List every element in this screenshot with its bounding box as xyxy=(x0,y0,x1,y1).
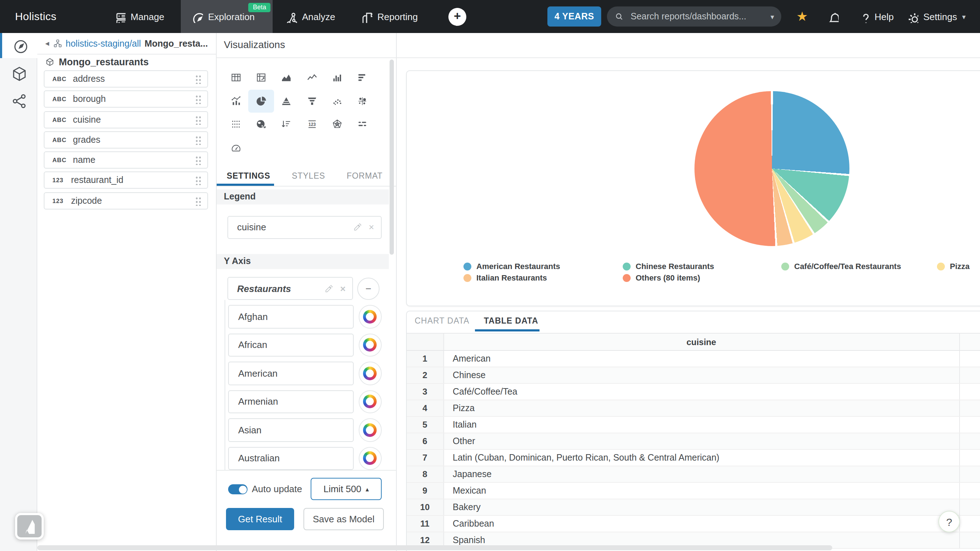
field-item[interactable]: ABC name xyxy=(44,151,208,169)
tab-chart-data[interactable]: CHART DATA xyxy=(415,316,469,325)
app-logo[interactable]: Holistics xyxy=(15,0,56,33)
horizontal-scrollbar-thumb[interactable] xyxy=(37,545,832,550)
table-row[interactable]: 5 Italian xyxy=(407,417,980,433)
drag-handle-icon[interactable] xyxy=(195,94,202,104)
series-value[interactable]: American xyxy=(228,361,354,385)
edit-pencil-icon[interactable] xyxy=(324,284,334,293)
field-item[interactable]: 123 restaurant_id xyxy=(44,172,208,189)
color-picker-button[interactable] xyxy=(358,447,382,470)
series-value[interactable]: Asian xyxy=(228,418,354,441)
collapse-series-button[interactable]: − xyxy=(357,277,380,299)
viz-type-button[interactable] xyxy=(350,89,375,113)
viz-type-button[interactable] xyxy=(324,89,350,113)
drag-handle-icon[interactable] xyxy=(195,135,202,145)
column-header-cuisine[interactable]: cuisine xyxy=(444,333,959,351)
viz-type-button[interactable] xyxy=(274,113,299,136)
viz-type-button[interactable] xyxy=(223,136,248,159)
field-item[interactable]: 123 zipcode xyxy=(44,192,208,210)
series-value[interactable]: Australian xyxy=(228,447,354,470)
viz-type-button[interactable] xyxy=(350,113,375,136)
notifications-bell[interactable] xyxy=(826,0,838,33)
remove-series-icon[interactable]: × xyxy=(340,283,345,294)
legend-item[interactable]: Café/Coffee/Tea Restaurants xyxy=(781,262,901,271)
search-input[interactable] xyxy=(629,11,765,22)
viz-type-button[interactable] xyxy=(223,89,248,113)
favorites-star-icon[interactable]: ★ xyxy=(796,0,808,33)
nav-manage[interactable]: Manage xyxy=(113,0,164,33)
nav-exploration-active[interactable]: Exploration Beta xyxy=(181,0,273,33)
color-picker-button[interactable] xyxy=(358,418,382,441)
field-item[interactable]: ABC borough xyxy=(44,91,208,108)
table-row[interactable]: 1 American xyxy=(407,351,980,367)
viz-type-button[interactable] xyxy=(223,113,248,136)
legend-item[interactable]: Others (80 items) xyxy=(623,273,700,282)
holistics-widget-button[interactable] xyxy=(15,513,44,540)
limit-dropdown[interactable]: Limit 500 ▴ xyxy=(311,478,382,500)
viz-type-button[interactable] xyxy=(324,113,350,136)
table-row[interactable]: 6 Other xyxy=(407,433,980,450)
field-item[interactable]: ABC grades xyxy=(44,131,208,148)
create-new-button[interactable]: + xyxy=(449,8,466,26)
pie-chart[interactable] xyxy=(694,91,850,246)
legend-item[interactable]: Italian Restaurants xyxy=(463,273,547,282)
years-filter-button[interactable]: 4 YEARS xyxy=(547,6,601,27)
drag-handle-icon[interactable] xyxy=(195,196,202,206)
drag-handle-icon[interactable] xyxy=(195,115,202,124)
save-as-model-button[interactable]: Save as Model xyxy=(304,508,384,530)
rail-item-models[interactable] xyxy=(0,60,37,86)
series-value[interactable]: Afghan xyxy=(228,305,354,328)
nav-help[interactable]: Help xyxy=(858,0,894,33)
tab-format[interactable]: FORMAT xyxy=(336,168,393,185)
nav-settings[interactable]: Settings ▾ xyxy=(906,0,966,33)
tab-table-data[interactable]: TABLE DATA xyxy=(484,316,538,325)
nav-reporting[interactable]: Reporting xyxy=(360,0,418,33)
viz-type-button[interactable] xyxy=(248,113,274,136)
breadcrumb-dataset-link[interactable]: holistics-staging/all xyxy=(66,38,141,48)
table-row[interactable]: 10 Bakery xyxy=(407,499,980,516)
search-caret-icon[interactable]: ▾ xyxy=(770,13,774,21)
legend-item[interactable]: American Restaurants xyxy=(463,262,560,271)
viz-type-button[interactable] xyxy=(299,89,325,113)
viz-type-button[interactable] xyxy=(274,66,299,89)
rail-item-relationships[interactable] xyxy=(0,88,37,113)
viz-type-button[interactable] xyxy=(324,66,350,89)
table-row[interactable]: 9 Mexican xyxy=(407,483,980,499)
legend-field-pill[interactable]: cuisine × xyxy=(227,216,381,239)
series-value[interactable]: African xyxy=(228,333,354,357)
drag-handle-icon[interactable] xyxy=(195,155,202,165)
color-picker-button[interactable] xyxy=(358,361,382,385)
drag-handle-icon[interactable] xyxy=(195,74,202,84)
viz-type-button[interactable] xyxy=(350,66,375,89)
color-picker-button[interactable] xyxy=(358,390,382,413)
legend-item[interactable]: Chinese Restaurants xyxy=(623,262,714,271)
color-picker-button[interactable] xyxy=(358,333,382,357)
table-row[interactable]: 11 Caribbean xyxy=(407,516,980,532)
viz-panel-scrollbar[interactable] xyxy=(390,59,393,255)
global-search[interactable]: ▾ xyxy=(607,6,781,27)
rail-item-exploration[interactable] xyxy=(0,33,37,58)
edit-pencil-icon[interactable] xyxy=(353,223,362,232)
viz-type-button[interactable] xyxy=(274,89,299,113)
series-pill[interactable]: Restaurants × xyxy=(227,277,353,300)
field-item[interactable]: ABC address xyxy=(44,70,208,88)
help-floating-button[interactable]: ? xyxy=(939,511,960,532)
legend-item[interactable]: Pizza xyxy=(937,262,970,271)
series-value[interactable]: Armenian xyxy=(228,390,354,413)
table-row[interactable]: 2 Chinese xyxy=(407,367,980,384)
table-row[interactable]: 3 Café/Coffee/Tea xyxy=(407,384,980,400)
table-row[interactable]: 4 Pizza xyxy=(407,400,980,417)
nav-analyze[interactable]: Analyze xyxy=(285,0,336,33)
table-row[interactable]: 8 Japanese xyxy=(407,467,980,483)
viz-type-button[interactable] xyxy=(248,66,274,89)
field-item[interactable]: ABC cuisine xyxy=(44,111,208,128)
get-result-button[interactable]: Get Result xyxy=(226,508,294,530)
viz-type-button[interactable] xyxy=(223,66,248,89)
viz-type-button[interactable] xyxy=(299,113,325,136)
table-row[interactable]: 7 Latin (Cuban, Dominican, Puerto Rican,… xyxy=(407,450,980,467)
drag-handle-icon[interactable] xyxy=(195,175,202,185)
tab-styles[interactable]: STYLES xyxy=(281,168,336,185)
collapse-back-icon[interactable]: ◂ xyxy=(45,39,49,48)
viz-type-button[interactable] xyxy=(248,89,274,113)
auto-update-toggle[interactable] xyxy=(228,484,248,494)
tab-settings[interactable]: SETTINGS xyxy=(216,168,281,185)
